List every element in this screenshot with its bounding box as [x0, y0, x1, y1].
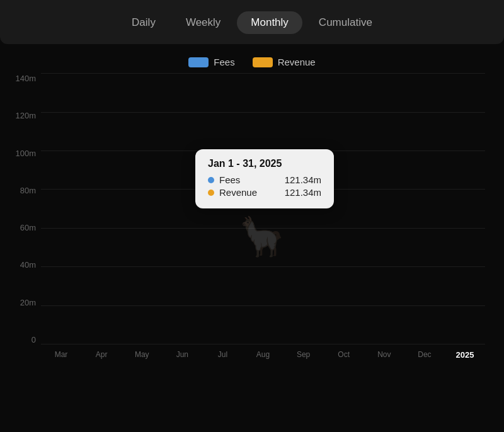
x-label-sep: Sep	[284, 350, 324, 359]
tab-cumulative[interactable]: Cumulative	[305, 11, 386, 34]
revenue-swatch	[253, 57, 273, 67]
y-label-0: 0	[0, 335, 41, 344]
chart-container: 140m 120m 100m 80m 60m 40m 20m 0 MarAprM…	[0, 74, 504, 363]
tab-weekly[interactable]: Weekly	[172, 11, 234, 34]
x-label-dec: Dec	[404, 350, 445, 359]
tooltip-revenue-dot	[208, 190, 214, 196]
y-label-120: 120m	[0, 111, 41, 120]
y-label-20: 20m	[0, 298, 41, 307]
fees-swatch	[188, 57, 209, 67]
revenue-legend-label: Revenue	[278, 57, 316, 67]
x-label-jun: Jun	[162, 350, 202, 359]
x-label-oct: Oct	[324, 350, 364, 359]
x-label-mar: Mar	[41, 350, 81, 359]
y-label-140: 140m	[0, 74, 41, 83]
x-label-nov: Nov	[364, 350, 404, 359]
tooltip-fees-dot	[208, 177, 214, 183]
tooltip-revenue-value: 121.34m	[285, 187, 321, 198]
tooltip: Jan 1 - 31, 2025 Fees 121.34m Revenue 12…	[195, 149, 334, 208]
x-label-2025: 2025	[445, 350, 485, 360]
chart-legend: Fees Revenue	[0, 44, 504, 74]
y-label-60: 60m	[0, 223, 41, 232]
x-label-jul: Jul	[202, 350, 243, 359]
y-label-80: 80m	[0, 186, 41, 195]
fees-legend-label: Fees	[214, 57, 234, 67]
x-label-may: May	[122, 350, 162, 359]
y-label-40: 40m	[0, 260, 41, 270]
bars-area	[41, 74, 485, 344]
tooltip-fees-label: Fees	[219, 174, 280, 185]
tab-daily[interactable]: Daily	[118, 11, 169, 34]
y-axis: 140m 120m 100m 80m 60m 40m 20m 0	[0, 74, 41, 363]
tooltip-revenue-row: Revenue 121.34m	[208, 187, 321, 198]
tab-bar: Daily Weekly Monthly Cumulative	[0, 0, 504, 44]
tooltip-revenue-label: Revenue	[219, 187, 280, 198]
tab-monthly[interactable]: Monthly	[237, 11, 302, 34]
y-label-100: 100m	[0, 149, 41, 158]
legend-revenue: Revenue	[253, 57, 316, 67]
x-label-aug: Aug	[243, 350, 283, 359]
tooltip-title: Jan 1 - 31, 2025	[208, 158, 321, 169]
tooltip-fees-row: Fees 121.34m	[208, 174, 321, 185]
x-axis: MarAprMayJunJulAugSepOctNovDec2025	[41, 346, 485, 363]
x-label-apr: Apr	[81, 350, 122, 359]
legend-fees: Fees	[188, 57, 234, 67]
tooltip-fees-value: 121.34m	[285, 174, 321, 185]
